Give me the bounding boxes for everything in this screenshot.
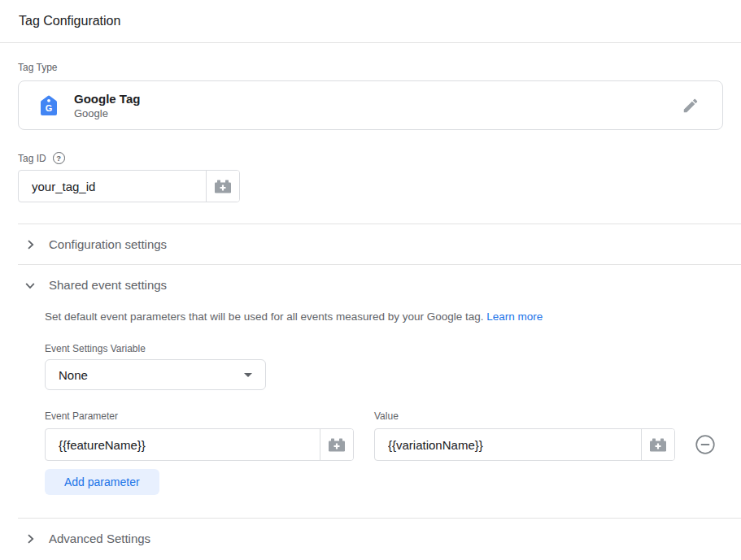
shared-description-text: Set default event parameters that will b…	[45, 310, 486, 323]
chevron-down-icon	[24, 280, 36, 291]
chevron-right-icon	[24, 533, 36, 545]
tag-configuration-panel: Tag Configuration Tag Type G Google Tag …	[0, 0, 741, 560]
google-tag-monogram: G	[46, 102, 53, 112]
tag-type-label: Tag Type	[18, 62, 723, 73]
remove-parameter-button[interactable]	[695, 434, 716, 455]
tag-id-variable-picker-button[interactable]	[206, 171, 239, 202]
tag-id-input-group	[18, 170, 240, 202]
learn-more-link[interactable]: Learn more	[486, 310, 543, 323]
value-variable-picker-button[interactable]	[641, 429, 674, 460]
event-settings-variable-label: Event Settings Variable	[45, 343, 723, 354]
parameter-row	[45, 428, 723, 461]
section-advanced-settings[interactable]: Advanced Settings	[18, 518, 741, 558]
variable-brick-icon	[329, 438, 345, 452]
value-label: Value	[374, 410, 399, 422]
shared-event-settings-body: Set default event parameters that will b…	[18, 310, 723, 518]
tag-type-card[interactable]: G Google Tag Google	[18, 80, 723, 130]
event-parameter-input[interactable]	[46, 429, 320, 460]
minus-circle-icon	[695, 434, 716, 455]
variable-brick-icon	[215, 180, 231, 193]
section-shared-event-settings-title: Shared event settings	[49, 278, 167, 292]
help-icon[interactable]: ?	[53, 152, 65, 164]
value-input[interactable]	[375, 429, 641, 460]
add-parameter-button[interactable]: Add parameter	[45, 469, 159, 495]
event-settings-variable-select[interactable]: None	[45, 359, 266, 390]
page-title: Tag Configuration	[19, 14, 120, 28]
tag-id-label-row: Tag ID ?	[18, 152, 723, 164]
event-parameter-input-group	[45, 428, 354, 461]
section-configuration-settings[interactable]: Configuration settings	[18, 224, 741, 264]
parameter-column-labels: Event Parameter Value	[45, 410, 723, 422]
google-tag-icon: G	[40, 95, 58, 116]
tag-type-text: Google Tag Google	[74, 92, 140, 119]
section-shared-event-settings[interactable]: Shared event settings	[18, 264, 741, 305]
event-settings-variable-value: None	[59, 368, 88, 382]
section-configuration-settings-title: Configuration settings	[49, 237, 167, 251]
tag-type-name: Google Tag	[74, 92, 140, 106]
chevron-right-icon	[24, 239, 36, 250]
edit-tag-type-button[interactable]	[678, 93, 703, 118]
event-parameter-variable-picker-button[interactable]	[320, 429, 353, 460]
caret-down-icon	[244, 373, 252, 377]
value-input-group	[374, 428, 675, 461]
section-advanced-settings-title: Advanced Settings	[49, 532, 150, 545]
shared-description: Set default event parameters that will b…	[45, 310, 723, 324]
tag-id-input[interactable]	[19, 171, 206, 202]
tag-id-label: Tag ID	[18, 153, 46, 164]
tag-type-vendor: Google	[74, 107, 140, 119]
panel-header: Tag Configuration	[0, 0, 741, 43]
event-parameter-label: Event Parameter	[45, 410, 374, 422]
panel-content: Tag Type G Google Tag Google	[0, 62, 741, 558]
variable-brick-icon	[650, 438, 666, 452]
pencil-icon	[682, 97, 700, 115]
